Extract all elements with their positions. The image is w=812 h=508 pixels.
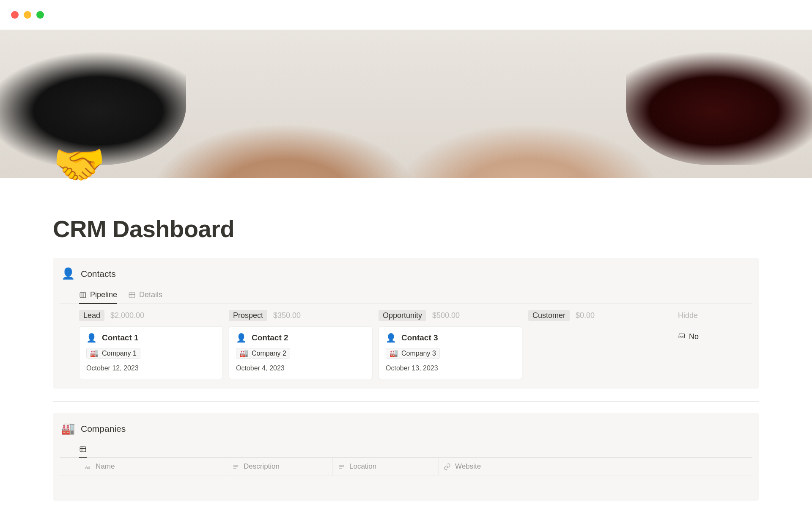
svg-rect-6 bbox=[80, 447, 86, 452]
column-header[interactable]: Opportunity $500.00 bbox=[379, 310, 522, 321]
contacts-section: 👤 Contacts Pipeline Details Lead bbox=[53, 258, 759, 389]
factory-icon: 🏭 bbox=[390, 349, 398, 357]
contact-card[interactable]: 👤 Contact 1 🏭 Company 1 October 12, 2023 bbox=[79, 326, 223, 379]
factory-icon: 🏭 bbox=[90, 349, 99, 357]
card-title: Contact 2 bbox=[252, 333, 288, 342]
factory-icon: 🏭 bbox=[61, 422, 75, 435]
page-icon[interactable]: 🤝 bbox=[53, 143, 106, 185]
tab-pipeline[interactable]: Pipeline bbox=[79, 288, 117, 304]
stage-amount: $500.00 bbox=[432, 311, 460, 320]
company-chip[interactable]: 🏭 Company 3 bbox=[386, 348, 440, 359]
board-icon bbox=[79, 291, 87, 299]
pipeline-column-prospect: Prospect $350.00 👤 Contact 2 🏭 Company 2… bbox=[229, 310, 373, 379]
link-icon bbox=[444, 463, 451, 470]
contacts-header[interactable]: 👤 Contacts bbox=[60, 267, 752, 280]
company-name: Company 1 bbox=[102, 350, 137, 357]
page-title[interactable]: CRM Dashboard bbox=[53, 215, 759, 243]
column-header-website[interactable]: Website bbox=[439, 458, 544, 475]
companies-title: Companies bbox=[81, 424, 126, 434]
cover-image[interactable] bbox=[0, 30, 812, 178]
window-close-button[interactable] bbox=[11, 11, 19, 19]
column-header-description[interactable]: Description bbox=[227, 458, 333, 475]
card-title: Contact 3 bbox=[401, 333, 438, 342]
title-icon: Aa bbox=[84, 463, 91, 470]
company-chip[interactable]: 🏭 Company 1 bbox=[86, 348, 140, 359]
tab-details[interactable]: Details bbox=[128, 288, 162, 304]
card-title: Contact 1 bbox=[102, 333, 139, 342]
cover-decoration bbox=[626, 30, 812, 165]
companies-header[interactable]: 🏭 Companies bbox=[60, 422, 752, 435]
table-icon bbox=[79, 445, 87, 453]
column-header-name[interactable]: Aa Name bbox=[79, 458, 227, 475]
companies-section: 🏭 Companies Aa Name Description bbox=[53, 413, 759, 501]
text-lines-icon bbox=[338, 463, 345, 470]
contact-card[interactable]: 👤 Contact 2 🏭 Company 2 October 4, 2023 bbox=[229, 326, 373, 379]
pipeline-board: Lead $2,000.00 👤 Contact 1 🏭 Company 1 O… bbox=[60, 310, 752, 379]
svg-rect-3 bbox=[129, 293, 135, 298]
inbox-icon bbox=[678, 332, 686, 342]
hidden-row[interactable]: No bbox=[678, 332, 703, 342]
table-icon bbox=[128, 291, 136, 299]
card-title-row: 👤 Contact 1 bbox=[86, 333, 216, 343]
column-header[interactable]: Prospect $350.00 bbox=[229, 310, 373, 321]
pipeline-column-lead: Lead $2,000.00 👤 Contact 1 🏭 Company 1 O… bbox=[79, 310, 223, 379]
stage-pill: Lead bbox=[79, 310, 104, 321]
page-content: 🤝 CRM Dashboard 👤 Contacts Pipeline Deta… bbox=[0, 178, 812, 501]
stage-pill: Customer bbox=[528, 310, 570, 321]
column-label: Description bbox=[244, 462, 280, 471]
column-header[interactable]: Customer $0.00 bbox=[528, 310, 672, 321]
pipeline-column-customer: Customer $0.00 bbox=[528, 310, 672, 379]
companies-table-header: Aa Name Description Location W bbox=[60, 458, 752, 475]
pipeline-column-opportunity: Opportunity $500.00 👤 Contact 3 🏭 Compan… bbox=[379, 310, 522, 379]
companies-tabs bbox=[60, 443, 752, 458]
window-maximize-button[interactable] bbox=[36, 11, 44, 19]
stage-amount: $350.00 bbox=[273, 311, 301, 320]
column-header-location[interactable]: Location bbox=[333, 458, 439, 475]
contact-card[interactable]: 👤 Contact 3 🏭 Company 3 October 13, 2023 bbox=[379, 326, 522, 379]
text-lines-icon bbox=[232, 463, 239, 470]
card-title-row: 👤 Contact 3 bbox=[386, 333, 515, 343]
card-date: October 13, 2023 bbox=[386, 364, 515, 372]
tab-label: Details bbox=[139, 290, 162, 299]
svg-rect-0 bbox=[80, 293, 86, 298]
company-chip[interactable]: 🏭 Company 2 bbox=[236, 348, 290, 359]
stage-amount: $2,000.00 bbox=[110, 311, 144, 320]
company-name: Company 3 bbox=[401, 350, 436, 357]
tab-label: Pipeline bbox=[90, 290, 117, 299]
svg-text:Aa: Aa bbox=[85, 464, 90, 469]
contacts-title: Contacts bbox=[81, 269, 116, 279]
stage-pill: Prospect bbox=[229, 310, 267, 321]
divider bbox=[53, 401, 759, 402]
factory-icon: 🏭 bbox=[240, 349, 248, 357]
hidden-label: Hidde bbox=[678, 311, 703, 320]
hidden-row-label: No bbox=[689, 332, 699, 341]
stage-pill: Opportunity bbox=[379, 310, 426, 321]
person-silhouette-icon: 👤 bbox=[236, 333, 247, 343]
card-date: October 12, 2023 bbox=[86, 364, 216, 372]
person-silhouette-icon: 👤 bbox=[86, 333, 97, 343]
column-label: Name bbox=[96, 462, 115, 471]
window-titlebar bbox=[0, 0, 812, 30]
contacts-tabs: Pipeline Details bbox=[60, 288, 752, 304]
person-silhouette-icon: 👤 bbox=[61, 267, 75, 280]
window-minimize-button[interactable] bbox=[24, 11, 31, 19]
card-title-row: 👤 Contact 2 bbox=[236, 333, 365, 343]
card-date: October 4, 2023 bbox=[236, 364, 365, 372]
company-name: Company 2 bbox=[252, 350, 286, 357]
column-label: Location bbox=[349, 462, 376, 471]
tab-table-view[interactable] bbox=[79, 443, 87, 457]
column-header[interactable]: Lead $2,000.00 bbox=[79, 310, 223, 321]
person-silhouette-icon: 👤 bbox=[386, 333, 396, 343]
column-label: Website bbox=[455, 462, 481, 471]
stage-amount: $0.00 bbox=[576, 311, 595, 320]
hidden-groups-column[interactable]: Hidde No bbox=[678, 310, 703, 379]
